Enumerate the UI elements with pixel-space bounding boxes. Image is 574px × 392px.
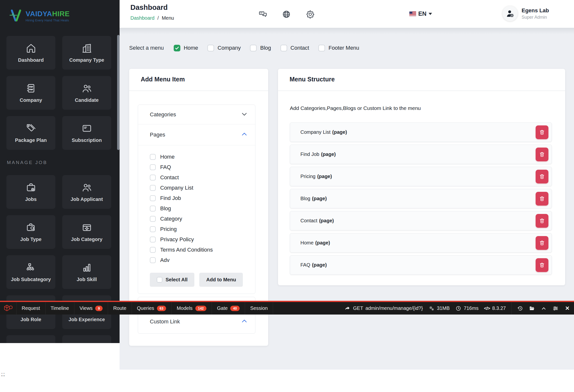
delete-button[interactable] [536, 148, 548, 161]
sidebar-item-job-category[interactable]: Job Category [62, 215, 111, 249]
menu-item-row[interactable]: Pricingpage [290, 167, 552, 186]
chevron-up-icon [241, 131, 248, 139]
breadcrumb: Dashboard / Menu [130, 15, 174, 21]
page-option-pricing[interactable]: Pricing [150, 224, 248, 234]
memory-usage: 31MB [428, 305, 450, 311]
page-option-category[interactable]: Category [150, 214, 248, 224]
sidebar-item-package-plan[interactable]: Package Plan [6, 116, 55, 150]
delete-button[interactable] [536, 125, 548, 139]
delete-button[interactable] [536, 214, 548, 228]
debug-tab-views[interactable]: Views9 [74, 302, 108, 314]
credit-card-icon [82, 123, 92, 134]
globe-icon[interactable] [282, 10, 291, 19]
menu-item-row[interactable]: Homepage [290, 233, 552, 253]
accordion-categories[interactable]: Categories [138, 105, 255, 124]
folder-icon[interactable] [529, 305, 535, 311]
debug-tab-queries[interactable]: Queries63 [132, 302, 172, 314]
select-all-button[interactable]: Select All [150, 273, 194, 287]
breadcrumb-root-link[interactable]: Dashboard [130, 15, 155, 21]
page-option-contact[interactable]: Contact [150, 172, 248, 183]
checkbox-icon[interactable] [150, 154, 156, 160]
debug-tab-route[interactable]: Route [108, 302, 132, 314]
sidebar-item-partial-right[interactable] [62, 335, 111, 343]
laravel-logo-icon[interactable] [0, 302, 17, 314]
add-menu-accordion: Categories Pages Home FAQ Contact Compan… [138, 104, 255, 294]
menu-structure-description: Add Categories,Pages,Blogs or Custom Lin… [290, 105, 421, 111]
gear-icon[interactable] [306, 10, 315, 19]
sidebar-item-subscription[interactable]: Subscription [62, 116, 111, 150]
menu-option-footer-menu[interactable]: Footer Menu [318, 45, 359, 51]
debug-tab-timeline[interactable]: Timeline [45, 302, 75, 314]
checkbox-icon[interactable] [150, 175, 156, 180]
delete-button[interactable] [536, 236, 548, 250]
menu-option-company[interactable]: Company [207, 45, 241, 51]
page-option-blog[interactable]: Blog [150, 203, 248, 214]
sidebar-scrollbar-thumb[interactable] [117, 35, 120, 150]
debug-tab-gate[interactable]: Gate40 [212, 302, 245, 314]
sliders-icon[interactable] [552, 305, 559, 311]
page-option-adv[interactable]: Adv [150, 255, 248, 265]
checkbox-icon[interactable] [157, 277, 162, 283]
debug-tab-request[interactable]: Request [17, 302, 45, 314]
checkbox-icon[interactable] [318, 45, 325, 51]
close-icon[interactable]: ✕ [564, 305, 571, 312]
debug-tab-models[interactable]: Models142 [171, 302, 212, 314]
page-option-terms[interactable]: Terms And Conditions [150, 245, 248, 255]
badge: 9 [95, 306, 102, 311]
sidebar-item-dashboard[interactable]: Dashboard [6, 36, 55, 70]
language-selector[interactable]: EN [410, 10, 432, 17]
sidebar-item-partial-left[interactable] [6, 335, 55, 343]
delete-button[interactable] [536, 258, 548, 272]
menu-option-blog[interactable]: Blog [250, 45, 271, 51]
page-option-faq[interactable]: FAQ [150, 162, 248, 172]
history-icon[interactable] [517, 305, 523, 311]
checkbox-icon[interactable] [150, 206, 156, 212]
building-icon [82, 43, 92, 54]
menu-option-home[interactable]: Home [174, 45, 198, 51]
sidebar-item-company-type[interactable]: Company Type [62, 36, 111, 70]
checkbox-icon[interactable] [150, 195, 156, 201]
add-to-menu-button[interactable]: Add to Menu [199, 273, 243, 287]
brand-logo[interactable]: VAIDYAHIRE Hiring Every Hand That Heals [9, 9, 70, 23]
checkbox-icon[interactable] [150, 226, 156, 232]
checkbox-icon[interactable] [150, 164, 156, 170]
user-menu[interactable]: Egens Lab Super Admin [502, 6, 549, 21]
checkbox-checked-icon[interactable] [174, 45, 180, 51]
sidebar-item-company[interactable]: Company [6, 76, 55, 110]
sidebar-item-candidate[interactable]: Candidate [62, 76, 111, 110]
accordion-pages[interactable]: Pages [138, 124, 255, 145]
menu-item-row[interactable]: Blogpage [290, 189, 552, 208]
share-arrow-icon [345, 305, 351, 311]
sidebar-item-jobs[interactable]: Jobs [6, 175, 55, 209]
page-option-company-list[interactable]: Company List [150, 183, 248, 193]
checkbox-icon[interactable] [150, 247, 156, 253]
delete-button[interactable] [536, 170, 548, 183]
checkbox-icon[interactable] [150, 257, 156, 263]
menu-item-row[interactable]: Find Jobpage [290, 145, 552, 164]
debug-tab-session[interactable]: Session [245, 302, 273, 314]
page-option-privacy-policy[interactable]: Privacy Policy [150, 234, 248, 245]
brand-name: VAIDYAHIRE [26, 10, 70, 18]
checkbox-icon[interactable] [250, 45, 257, 51]
people-icon [82, 83, 92, 94]
chevron-up-icon[interactable] [541, 305, 547, 311]
page-option-home[interactable]: Home [150, 152, 248, 162]
menu-item-row[interactable]: Contactpage [290, 211, 552, 230]
checkbox-icon[interactable] [207, 45, 214, 51]
checkbox-icon[interactable] [150, 185, 156, 191]
menu-item-row[interactable]: FAQpage [290, 255, 552, 275]
sidebar-item-job-applicant[interactable]: Job Applicant [62, 175, 111, 209]
sidebar-item-job-skill[interactable]: Job Skill [62, 255, 111, 289]
delete-button[interactable] [536, 192, 548, 206]
page-option-find-job[interactable]: Find Job [150, 193, 248, 203]
gears-icon [428, 305, 435, 311]
sidebar-item-job-subcategory[interactable]: Job Subcategory [6, 255, 55, 289]
menu-option-contact[interactable]: Contact [281, 45, 309, 51]
chat-icon[interactable] [259, 10, 267, 19]
sidebar-item-job-type[interactable]: Job Type [6, 215, 55, 249]
checkbox-icon[interactable] [281, 45, 287, 51]
checkbox-icon[interactable] [150, 236, 156, 242]
checkbox-icon[interactable] [150, 216, 156, 222]
chevron-down-icon [241, 111, 248, 118]
menu-item-row[interactable]: Company Listpage [290, 122, 552, 142]
